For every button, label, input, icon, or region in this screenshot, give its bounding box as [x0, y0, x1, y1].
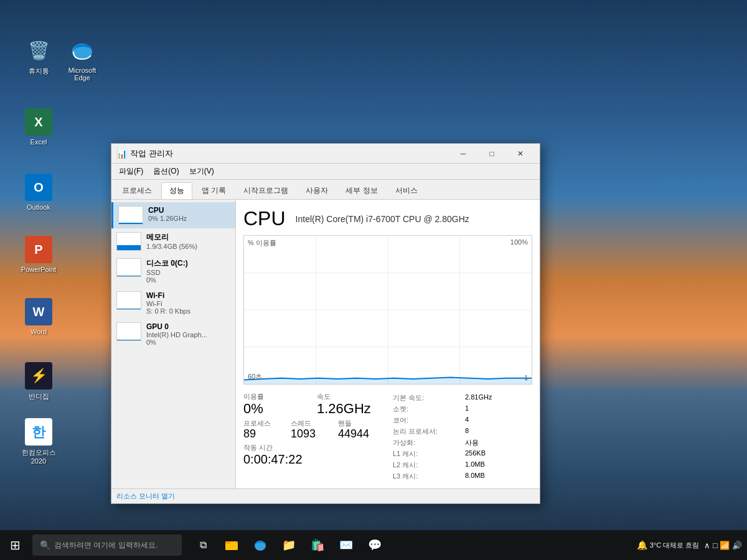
taskbar-teams[interactable]: 💬: [361, 531, 388, 559]
cpu-left-stats: 이용률 0% 속도 1.26GHz 프로세스 89: [243, 392, 383, 481]
disk-thumb: [116, 258, 141, 277]
desktop-icon-word[interactable]: W Word: [14, 296, 63, 338]
core-label: 코어:: [393, 416, 460, 425]
desktop-icon-hancom[interactable]: 한 한컴오피스 2020: [14, 416, 63, 467]
taskbar-search[interactable]: 🔍 검색하려면 여기에 입력하세요.: [32, 534, 182, 556]
l2-cache-label: L2 캐시:: [393, 460, 460, 470]
sidebar-item-disk[interactable]: 디스코 0(C:) SSD 0%: [111, 254, 235, 287]
sidebar-item-gpu[interactable]: GPU 0 Intel(R) HD Graph... 0%: [111, 319, 235, 350]
task-manager-icon: 📊: [116, 149, 126, 159]
taskbar: ⊞ 🔍 검색하려면 여기에 입력하세요. ⧉ 📁 🛍️: [0, 530, 747, 560]
disk-name: 디스코 0(C:): [146, 258, 230, 269]
disk-info: 디스코 0(C:) SSD 0%: [146, 258, 230, 284]
taskbar-explorer[interactable]: [218, 531, 245, 559]
menu-bar: 파일(F) 옵션(O) 보기(V): [111, 164, 540, 180]
cpu-subtitle: Intel(R) Core(TM) i7-6700T CPU @ 2.80GHz: [296, 214, 469, 224]
maximize-button[interactable]: □: [477, 144, 506, 164]
tab-users[interactable]: 사용자: [298, 182, 336, 199]
taskbar-apps: ⧉ 📁 🛍️ ✉️ 💬: [189, 531, 632, 559]
tab-performance[interactable]: 성능: [161, 182, 192, 199]
cpu-detail: 0% 1.26GHz: [148, 215, 230, 222]
menu-options[interactable]: 옵션(O): [148, 165, 184, 178]
tab-details[interactable]: 세부 정보: [337, 182, 385, 199]
graph-label-60s: 60초: [248, 372, 262, 381]
l2-cache-value: 1.0MB: [465, 460, 532, 470]
edge-icon: [68, 37, 96, 64]
sidebar-item-wifi[interactable]: Wi-Fi Wi-Fi S: 0 R: 0 Kbps: [111, 287, 235, 319]
taskbar-edge[interactable]: [247, 531, 274, 559]
svg-rect-12: [225, 543, 238, 550]
desktop-icon-bandizip[interactable]: ⚡ 반디집: [14, 360, 63, 404]
wifi-info: Wi-Fi Wi-Fi S: 0 R: 0 Kbps: [146, 291, 230, 315]
taskbar-store[interactable]: 🛍️: [304, 531, 331, 559]
logical-proc-value: 8: [465, 427, 532, 436]
desktop-icon-edge[interactable]: Microsoft Edge: [57, 34, 107, 84]
bandizip-label: 반디집: [29, 392, 49, 401]
title-bar: 📊 작업 관리자 ─ □ ✕: [111, 144, 540, 164]
wifi-thumb: [116, 291, 141, 310]
l1-cache-label: L1 캐시:: [393, 449, 460, 459]
uptime-label: 작동 시간: [243, 443, 383, 452]
svg-text:한: 한: [32, 424, 46, 440]
desktop: 🗑️ 휴지통 Microsoft Edge X Excel O Outlook …: [0, 0, 747, 560]
minimize-button[interactable]: ─: [449, 144, 477, 164]
cpu-thumb: [118, 206, 143, 225]
tab-services[interactable]: 서비스: [387, 182, 426, 199]
taskbar-task-view[interactable]: ⧉: [189, 531, 217, 559]
sidebar-item-cpu[interactable]: CPU 0% 1.26GHz: [111, 202, 235, 228]
wifi-name: Wi-Fi: [146, 291, 230, 300]
uptime-value: 0:00:47:22: [243, 452, 383, 466]
cpu-detail-panel: CPU Intel(R) Core(TM) i7-6700T CPU @ 2.8…: [236, 200, 540, 488]
gpu-thumb: [116, 322, 141, 341]
close-button[interactable]: ✕: [506, 144, 535, 164]
menu-file[interactable]: 파일(F): [114, 165, 148, 178]
start-button[interactable]: ⊞: [0, 530, 30, 560]
handles-label: 핸들: [338, 419, 383, 428]
processes-value: 89: [243, 428, 288, 441]
cpu-name: CPU: [148, 206, 230, 215]
desktop-icon-excel[interactable]: X Excel: [14, 106, 63, 148]
cpu-info: CPU 0% 1.26GHz: [148, 206, 230, 222]
recycle-bin-label: 휴지통: [29, 67, 49, 76]
speed-value: 1.26GHz: [317, 401, 383, 416]
desktop-icon-outlook[interactable]: O Outlook: [14, 171, 63, 213]
uptime-group: 작동 시간 0:00:47:22: [243, 443, 383, 466]
desktop-icon-recycle[interactable]: 🗑️ 휴지통: [14, 34, 63, 78]
open-resource-monitor-link[interactable]: 리소스 모니터 열기: [116, 492, 175, 501]
hancom-icon: 한: [25, 418, 52, 446]
sidebar-item-memory[interactable]: 메모리 1.9/3.4GB (56%): [111, 228, 235, 254]
gpu-info: GPU 0 Intel(R) HD Graph... 0%: [146, 322, 230, 346]
memory-detail: 1.9/3.4GB (56%): [146, 243, 230, 250]
weather-temp: 3°C 대체로 흐림: [650, 541, 700, 550]
threads-group: 스레드 1093: [291, 419, 336, 441]
hancom-label: 한컴오피스 2020: [22, 448, 56, 465]
handles-group: 핸들 44944: [338, 419, 383, 441]
taskbar-folder[interactable]: 📁: [275, 531, 303, 559]
tab-processes[interactable]: 프로세스: [114, 182, 160, 199]
menu-view[interactable]: 보기(V): [184, 165, 219, 178]
handles-value: 44944: [338, 428, 383, 441]
powerpoint-label: PowerPoint: [21, 266, 56, 273]
tabs: 프로세스 성능 앱 기록 시작프로그램 사용자 세부 정보 서비스: [111, 180, 540, 200]
excel-icon: X: [25, 108, 52, 136]
l3-cache-value: 8.0MB: [465, 472, 532, 481]
tab-startup[interactable]: 시작프로그램: [235, 182, 296, 199]
cpu-title: CPU: [243, 207, 286, 230]
edge-label: Microsoft Edge: [68, 67, 96, 82]
speed-label: 속도: [317, 392, 383, 401]
graph-label-utilization: % 이용률: [248, 238, 276, 248]
utilization-label: 이용률: [243, 392, 309, 401]
l1-cache-value: 256KB: [465, 449, 532, 459]
tab-app-history[interactable]: 앱 기록: [194, 182, 234, 199]
taskbar-mail[interactable]: ✉️: [332, 531, 360, 559]
disk-detail2: 0%: [146, 276, 230, 284]
processes-group: 프로세스 89: [243, 419, 288, 441]
window-controls: ─ □ ✕: [449, 144, 535, 164]
threads-value: 1093: [291, 428, 336, 441]
powerpoint-icon: P: [25, 236, 52, 263]
svg-rect-13: [225, 541, 230, 544]
desktop-icon-powerpoint[interactable]: P PowerPoint: [14, 233, 63, 276]
notification-icon: 🔔: [637, 540, 647, 550]
outlook-label: Outlook: [27, 203, 50, 211]
graph-label-100: 100%: [510, 238, 528, 246]
